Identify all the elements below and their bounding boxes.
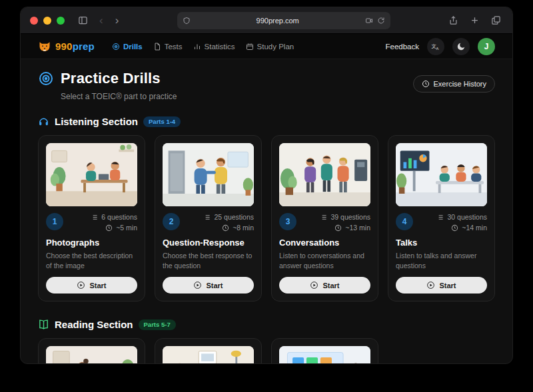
minimize-window-button[interactable] xyxy=(43,17,51,25)
drill-card-question-response: 2 25 questions ~8 min Question-Response … xyxy=(155,135,262,301)
privacy-shield-icon[interactable] xyxy=(183,17,191,25)
nav-item-drills[interactable]: Drills xyxy=(112,43,143,51)
exercise-history-button[interactable]: Exercise History xyxy=(413,75,495,93)
clock-icon xyxy=(334,224,342,232)
dark-mode-button[interactable] xyxy=(452,38,470,55)
feedback-link[interactable]: Feedback xyxy=(385,43,419,51)
share-icon[interactable] xyxy=(446,13,460,28)
browser-chrome: ‹ › 990prep.com xyxy=(21,7,512,34)
nav-item-statistics[interactable]: Statistics xyxy=(193,43,235,51)
clock-icon xyxy=(105,224,113,232)
card-title: Talks xyxy=(396,238,487,248)
part-number-badge: 3 xyxy=(279,213,296,230)
practice-drills-icon xyxy=(38,71,54,87)
card-illustration xyxy=(396,143,487,206)
start-button[interactable]: Start xyxy=(163,277,254,294)
duration: ~13 min xyxy=(345,224,370,232)
card-illustration xyxy=(46,143,137,206)
section-title: Reading Section xyxy=(55,319,133,330)
question-count: 6 questions xyxy=(101,213,137,221)
svg-text:A: A xyxy=(436,47,439,51)
parts-badge: Parts 1-4 xyxy=(143,116,181,127)
card-title: Photographs xyxy=(46,238,137,248)
card-title: Question-Response xyxy=(163,238,254,248)
card-description: Choose the best description of the image xyxy=(46,251,137,270)
url-text: 990prep.com xyxy=(191,17,365,25)
history-clock-icon xyxy=(422,80,430,88)
forward-icon[interactable]: › xyxy=(113,15,122,26)
browser-window: ‹ › 990prep.com xyxy=(20,7,513,364)
reading-cards xyxy=(38,338,495,364)
list-icon xyxy=(320,214,327,221)
start-button[interactable]: Start xyxy=(279,277,370,294)
list-icon xyxy=(91,214,98,221)
card-illustration xyxy=(279,346,370,364)
site-settings-icon[interactable] xyxy=(365,17,385,25)
start-button[interactable]: Start xyxy=(396,277,487,294)
calendar-icon xyxy=(246,43,254,51)
section-title: Listening Section xyxy=(55,116,138,127)
reading-section-header: Reading Section Parts 5-7 xyxy=(38,319,495,330)
headphones-icon xyxy=(38,116,49,127)
new-tab-icon[interactable] xyxy=(467,13,482,28)
clock-icon xyxy=(222,224,229,232)
drill-card-talks: 4 30 questions ~14 min Talks Listen to t… xyxy=(388,135,495,301)
parts-badge: Parts 5-7 xyxy=(139,319,176,330)
card-title: Conversations xyxy=(279,238,370,248)
document-icon xyxy=(153,43,161,51)
address-bar[interactable]: 990prep.com xyxy=(177,12,390,29)
moon-icon xyxy=(456,42,466,51)
card-illustration xyxy=(279,143,370,206)
user-avatar[interactable]: J xyxy=(478,38,495,55)
sidebar-toggle-icon[interactable] xyxy=(75,13,90,28)
tab-overview-icon[interactable] xyxy=(488,13,503,28)
navbar-right: Feedback 文A J xyxy=(385,38,495,55)
fox-logo-icon xyxy=(38,40,51,53)
list-icon xyxy=(203,214,211,221)
back-icon[interactable]: ‹ xyxy=(97,15,106,26)
drill-card-photographs: 1 6 questions ~5 min Photographs Choose … xyxy=(38,135,145,301)
translate-button[interactable]: 文A xyxy=(427,38,444,55)
clock-icon xyxy=(451,224,458,232)
screen: ‹ › 990prep.com xyxy=(0,0,533,392)
part-number-badge: 1 xyxy=(46,213,63,230)
nav-item-tests[interactable]: Tests xyxy=(153,43,183,51)
traffic-lights xyxy=(30,17,65,25)
card-description: Listen to talks and answer questions xyxy=(396,251,487,270)
target-icon xyxy=(112,43,120,51)
close-window-button[interactable] xyxy=(30,17,38,25)
part-number-badge: 4 xyxy=(396,213,413,230)
card-description: Listen to conversations and answer quest… xyxy=(279,251,370,270)
play-icon xyxy=(426,281,435,290)
page-title: Practice Drills xyxy=(61,70,161,87)
listening-cards: 1 6 questions ~5 min Photographs Choose … xyxy=(38,135,495,301)
main-content: Practice Drills Select a TOEIC® part to … xyxy=(21,59,512,364)
part-number-badge: 2 xyxy=(163,213,180,230)
reload-icon xyxy=(377,17,385,25)
start-button[interactable]: Start xyxy=(46,277,137,294)
play-icon xyxy=(193,281,202,290)
reading-card-1 xyxy=(38,338,145,364)
question-count: 39 questions xyxy=(330,213,370,221)
question-count: 30 questions xyxy=(447,213,487,221)
nav-item-study-plan[interactable]: Study Plan xyxy=(246,43,294,51)
zoom-window-button[interactable] xyxy=(57,17,65,25)
brand-logo[interactable]: 990prep xyxy=(38,40,95,53)
card-illustration xyxy=(163,346,254,364)
card-illustration xyxy=(163,143,254,206)
question-count: 25 questions xyxy=(214,213,254,221)
bar-chart-icon xyxy=(193,43,201,51)
site-navbar: 990prep Drills Tests Statistics Study Pl… xyxy=(21,34,512,59)
duration: ~8 min xyxy=(233,224,254,232)
listening-section-header: Listening Section Parts 1-4 xyxy=(38,116,495,127)
play-icon xyxy=(77,281,85,290)
brand-name: 990prep xyxy=(55,41,95,52)
page-subtitle: Select a TOEIC® part to practice xyxy=(61,92,177,101)
duration: ~5 min xyxy=(116,224,137,232)
reading-card-2 xyxy=(155,338,262,364)
card-illustration xyxy=(46,346,137,364)
card-description: Choose the best response to the question xyxy=(163,251,254,270)
open-book-icon xyxy=(38,319,49,330)
page-header: Practice Drills Select a TOEIC® part to … xyxy=(38,70,495,101)
translate-icon: 文A xyxy=(431,42,440,51)
